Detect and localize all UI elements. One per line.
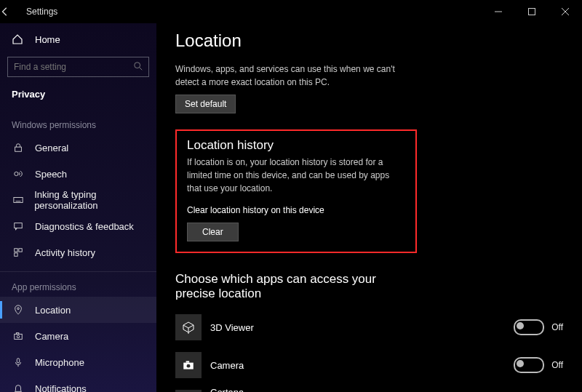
- nav-inking[interactable]: Inking & typing personalization: [0, 187, 156, 213]
- microphone-icon: [12, 357, 25, 367]
- history-title: Location history: [187, 138, 405, 153]
- group-app-permissions: App permissions: [0, 272, 156, 297]
- svg-rect-11: [15, 253, 17, 256]
- page-description: Windows, apps, and services can use this…: [175, 63, 408, 89]
- page-title: Location: [175, 31, 563, 51]
- search-input[interactable]: [7, 57, 149, 77]
- nav-microphone[interactable]: Microphone: [0, 349, 156, 375]
- lock-icon: [12, 143, 25, 153]
- apps-heading: Choose which apps can access your precis…: [175, 272, 408, 301]
- svg-rect-6: [13, 198, 22, 203]
- app-row-cortana: CortanaLocation history must be on for C…: [175, 385, 563, 392]
- window-title: Settings: [26, 7, 57, 17]
- home-label: Home: [35, 34, 60, 45]
- svg-point-19: [187, 364, 191, 368]
- location-history-section: Location history If location is on, your…: [175, 129, 417, 253]
- minimize-button[interactable]: [482, 0, 515, 23]
- nav-general[interactable]: General: [0, 135, 156, 161]
- clear-history-label: Clear location history on this device: [187, 204, 405, 217]
- svg-rect-8: [15, 223, 23, 228]
- toggle-3d-viewer[interactable]: [514, 319, 544, 335]
- svg-point-14: [17, 335, 20, 338]
- set-default-button[interactable]: Set default: [175, 95, 236, 113]
- feedback-icon: [12, 221, 25, 231]
- svg-rect-1: [529, 9, 535, 15]
- maximize-button[interactable]: [515, 0, 549, 23]
- history-icon: [12, 247, 25, 257]
- camera-icon: [12, 331, 25, 341]
- speech-icon: [12, 169, 25, 179]
- category-heading: Privacy: [0, 84, 156, 110]
- home-nav[interactable]: Home: [0, 26, 156, 52]
- nav-activity[interactable]: Activity history: [0, 239, 156, 265]
- svg-rect-16: [17, 359, 20, 363]
- svg-rect-10: [19, 249, 22, 252]
- nav-speech[interactable]: Speech: [0, 161, 156, 187]
- back-button[interactable]: [0, 7, 23, 17]
- svg-point-2: [135, 63, 140, 68]
- location-icon: [12, 305, 25, 315]
- svg-point-5: [15, 172, 18, 175]
- nav-notifications[interactable]: Notifications: [0, 375, 156, 392]
- app-tile-icon: [175, 352, 202, 378]
- toggle-camera[interactable]: [514, 357, 544, 373]
- nav-camera[interactable]: Camera: [0, 323, 156, 349]
- app-row-camera: Camera Off: [175, 348, 563, 383]
- bell-icon: [12, 383, 25, 392]
- app-row-3d-viewer: 3D Viewer Off: [175, 310, 563, 345]
- svg-line-3: [140, 68, 143, 71]
- search-icon: [133, 61, 143, 71]
- home-icon: [12, 33, 25, 45]
- close-button[interactable]: [549, 0, 582, 23]
- svg-rect-20: [186, 361, 190, 362]
- history-description: If location is on, your location history…: [187, 156, 405, 195]
- clear-button[interactable]: Clear: [187, 223, 239, 241]
- svg-rect-9: [15, 249, 17, 252]
- group-windows-permissions: Windows permissions: [0, 110, 156, 135]
- nav-location[interactable]: Location: [0, 297, 156, 323]
- nav-diagnostics[interactable]: Diagnostics & feedback: [0, 213, 156, 239]
- svg-rect-4: [15, 147, 22, 151]
- keyboard-icon: [12, 195, 24, 205]
- svg-point-12: [17, 308, 20, 310]
- svg-rect-15: [16, 333, 19, 335]
- app-tile-icon: [175, 314, 202, 340]
- svg-rect-13: [15, 334, 23, 339]
